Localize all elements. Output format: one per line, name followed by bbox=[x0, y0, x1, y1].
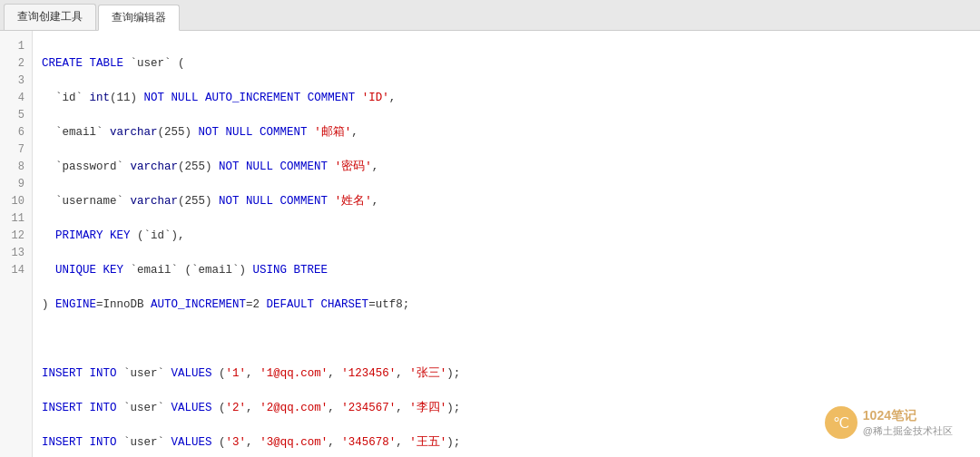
code-editor[interactable]: CREATE TABLE `user` ( `id` int(11) NOT N… bbox=[33, 31, 980, 457]
code-line-6: PRIMARY KEY (`id`), bbox=[42, 228, 971, 245]
editor-area: 1 2 3 4 5 6 7 8 9 10 11 12 13 14 CREATE … bbox=[0, 31, 980, 457]
watermark-line2: @稀土掘金技术社区 bbox=[863, 424, 953, 438]
code-line-5: `username` varchar(255) NOT NULL COMMENT… bbox=[42, 193, 971, 210]
watermark: ℃ 1024笔记 @稀土掘金技术社区 bbox=[825, 406, 953, 439]
svg-text:℃: ℃ bbox=[833, 415, 849, 431]
tab-bar: 查询创建工具 查询编辑器 bbox=[0, 0, 980, 31]
main-container: 查询创建工具 查询编辑器 1 2 3 4 5 6 7 8 9 10 11 12 … bbox=[0, 0, 980, 457]
line-numbers: 1 2 3 4 5 6 7 8 9 10 11 12 13 14 bbox=[0, 31, 33, 457]
code-line-1: CREATE TABLE `user` ( bbox=[42, 55, 971, 73]
watermark-logo: ℃ bbox=[825, 406, 858, 439]
watermark-line1: 1024笔记 bbox=[863, 407, 953, 425]
watermark-text-block: 1024笔记 @稀土掘金技术社区 bbox=[863, 407, 953, 439]
tab-query-builder[interactable]: 查询创建工具 bbox=[4, 4, 96, 30]
code-line-4: `password` varchar(255) NOT NULL COMMENT… bbox=[42, 159, 971, 176]
code-line-8: ) ENGINE=InnoDB AUTO_INCREMENT=2 DEFAULT… bbox=[42, 297, 971, 314]
tab-query-editor[interactable]: 查询编辑器 bbox=[98, 5, 180, 31]
code-line-3: `email` varchar(255) NOT NULL COMMENT '邮… bbox=[42, 124, 971, 141]
code-line-9 bbox=[42, 331, 971, 348]
code-line-2: `id` int(11) NOT NULL AUTO_INCREMENT COM… bbox=[42, 90, 971, 107]
code-line-7: UNIQUE KEY `email` (`email`) USING BTREE bbox=[42, 262, 971, 279]
code-line-10: INSERT INTO `user` VALUES ('1', '1@qq.co… bbox=[42, 365, 971, 383]
